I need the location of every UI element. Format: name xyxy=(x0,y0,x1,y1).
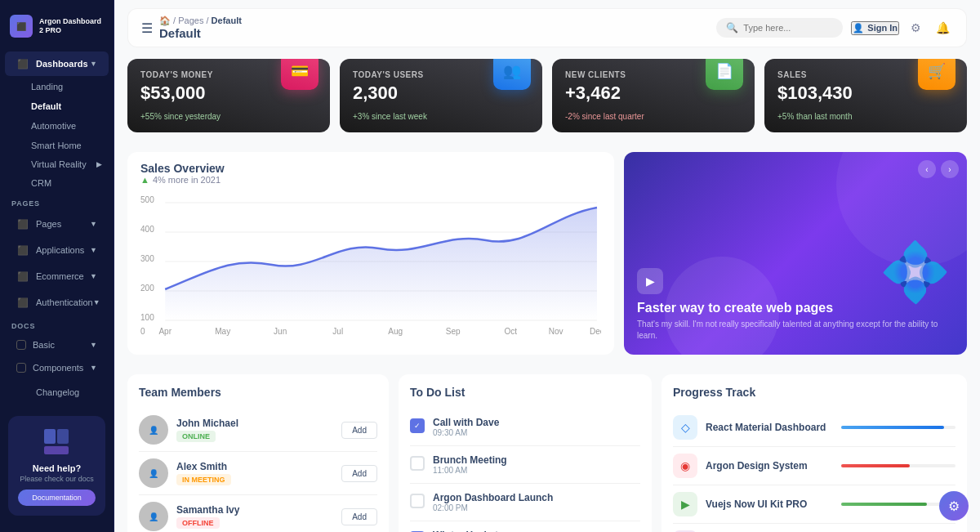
automotive-label: Automotive xyxy=(31,121,76,131)
member-info: Alex Smith IN MEETING xyxy=(176,461,341,485)
banner-next-button[interactable]: › xyxy=(941,160,959,178)
pages-icon: ⬛ xyxy=(16,217,29,230)
progress-bar-2 xyxy=(841,503,927,506)
svg-text:Jun: Jun xyxy=(274,327,287,336)
todo-checkbox-0[interactable]: ✓ xyxy=(410,418,425,433)
progress-icon-2: ▶ xyxy=(673,492,697,516)
todo-item-time: 02:00 PM xyxy=(433,503,640,512)
sidebar-item-components[interactable]: Components ▼ xyxy=(5,357,109,378)
page-title: Default xyxy=(159,26,716,40)
hamburger-button[interactable]: ☰ xyxy=(141,20,153,36)
add-member-button[interactable]: Add xyxy=(341,422,377,439)
landing-label: Landing xyxy=(31,82,63,92)
svg-text:May: May xyxy=(215,327,230,336)
add-member-button[interactable]: Add xyxy=(341,465,377,482)
search-icon: 🔍 xyxy=(726,22,738,34)
stat-card-users: 👥 TODAY'S USERS 2,300 +3% since last wee… xyxy=(340,59,542,132)
todo-item-title: Argon Dashboard Launch xyxy=(433,492,640,503)
dashboards-icon: ⬛ xyxy=(16,57,29,70)
svg-text:100: 100 xyxy=(140,313,154,322)
breadcrumb-pages[interactable]: Pages xyxy=(178,16,203,25)
sidebar-item-basic[interactable]: Basic ▼ xyxy=(5,334,109,355)
dashboards-label: Dashboards xyxy=(36,59,90,69)
main-area: ☰ 🏠 / Pages / Default Default 🔍 👤 xyxy=(114,0,980,532)
chart-area: 500 400 300 200 100 0 xyxy=(127,191,614,355)
sales-icon-bubble: 🛒 xyxy=(918,59,956,90)
sidebar-item-smart-home[interactable]: Smart Home xyxy=(0,136,114,155)
sidebar-item-changelog[interactable]: Changelog xyxy=(5,380,109,405)
signin-button[interactable]: 👤 Sign In xyxy=(851,21,899,35)
todo-panel: To Do List ✓ Call with Dave 09:30 AM Bru… xyxy=(399,374,652,532)
help-subtitle: Please check our docs xyxy=(18,475,96,483)
breadcrumb: 🏠 / Pages / Default xyxy=(159,16,716,26)
member-info: John Michael ONLINE xyxy=(176,418,341,442)
todo-info: Call with Dave 09:30 AM xyxy=(433,417,640,437)
vr-arrow: ▶ xyxy=(96,160,102,168)
progress-name-2: Vuejs Now UI Kit PRO xyxy=(706,498,833,510)
auth-arrow: ▼ xyxy=(93,298,100,306)
search-input[interactable] xyxy=(743,23,833,33)
member-name: Samantha Ivy xyxy=(176,504,341,516)
help-title: Need help? xyxy=(18,463,96,473)
list-item: ◇ React Material Dashboard xyxy=(673,409,956,447)
banner-card: 💠 ‹ › ▶ Faster way to create web pages T… xyxy=(624,152,967,355)
documentation-button[interactable]: Documentation xyxy=(18,490,96,506)
member-name: Alex Smith xyxy=(176,461,341,472)
list-item: Brunch Meeting 11:00 AM xyxy=(410,446,640,484)
clients-change: -2% since last quarter xyxy=(565,112,742,121)
sidebar-item-crm[interactable]: CRM xyxy=(0,173,114,193)
money-icon-bubble: 💳 xyxy=(281,59,318,90)
list-item: 👤 John Michael ONLINE Add xyxy=(139,409,377,452)
progress-bar-wrap-1 xyxy=(841,464,956,467)
pages-section-label: PAGES xyxy=(0,193,114,211)
docs-section-label: DOCS xyxy=(0,315,114,333)
default-label: Default xyxy=(31,101,61,111)
pages-label: Pages xyxy=(36,219,90,229)
help-box: Need help? Please check our docs Documen… xyxy=(8,416,105,516)
progress-name-0: React Material Dashboard xyxy=(706,422,833,433)
sidebar-item-virtual-reality[interactable]: Virtual Reality ▶ xyxy=(0,155,114,173)
sidebar-item-authentication[interactable]: ⬛ Authentication ▼ xyxy=(5,290,109,315)
users-icon-bubble: 👥 xyxy=(493,59,531,90)
todo-checkbox-1[interactable] xyxy=(410,456,425,471)
list-item: 👤 Samantha Ivy OFFLINE Add xyxy=(139,495,377,532)
sidebar-item-applications[interactable]: ⬛ Applications ▼ xyxy=(5,238,109,262)
sidebar-item-dashboards[interactable]: ⬛ Dashboards ▼ xyxy=(5,51,109,76)
chart-header: Sales Overview ▲ 4% more in 2021 xyxy=(127,152,614,191)
topbar-wrapper: ☰ 🏠 / Pages / Default Default 🔍 👤 xyxy=(114,0,980,47)
sidebar-item-ecommerce[interactable]: ⬛ Ecommerce ▼ xyxy=(5,264,109,288)
chart-title: Sales Overview xyxy=(140,162,601,175)
list-item: ✓ Winter Hackaton 10:30 AM xyxy=(410,521,640,532)
banner-play-icon: ▶ xyxy=(637,268,663,294)
middle-grid: Sales Overview ▲ 4% more in 2021 xyxy=(127,152,967,355)
sidebar-item-landing[interactable]: Landing xyxy=(0,77,114,96)
add-member-button[interactable]: Add xyxy=(341,508,377,525)
status-badge: IN MEETING xyxy=(176,474,231,485)
auth-icon: ⬛ xyxy=(16,296,29,309)
sidebar-item-pages[interactable]: ⬛ Pages ▼ xyxy=(5,212,109,236)
sales-chart-card: Sales Overview ▲ 4% more in 2021 xyxy=(127,152,614,355)
sidebar-item-automotive[interactable]: Automotive xyxy=(0,116,114,136)
todo-item-time: 09:30 AM xyxy=(433,428,640,437)
help-icon xyxy=(41,426,74,458)
applications-icon: ⬛ xyxy=(16,244,29,257)
smart-home-label: Smart Home xyxy=(31,141,82,150)
svg-text:200: 200 xyxy=(140,284,154,293)
applications-label: Applications xyxy=(36,245,90,255)
todo-checkbox-2[interactable] xyxy=(410,494,425,508)
svg-rect-0 xyxy=(44,429,56,444)
svg-text:500: 500 xyxy=(140,195,154,204)
search-box[interactable]: 🔍 xyxy=(716,18,843,38)
user-icon: 👤 xyxy=(853,23,864,34)
todo-info: Brunch Meeting 11:00 AM xyxy=(433,454,640,475)
components-label: Components xyxy=(33,363,90,373)
notifications-button[interactable]: 🔔 xyxy=(933,18,953,38)
money-change: +55% since yesterday xyxy=(140,112,317,121)
banner-prev-button[interactable]: ‹ xyxy=(918,160,936,178)
sidebar-item-default[interactable]: Default xyxy=(0,96,114,116)
content: 💳 TODAY'S MONEY $53,000 +55% since yeste… xyxy=(114,47,980,532)
svg-text:300: 300 xyxy=(140,254,154,263)
changelog-label: Changelog xyxy=(36,387,97,397)
settings-button[interactable]: ⚙ xyxy=(907,18,924,38)
crm-label: CRM xyxy=(31,178,51,188)
